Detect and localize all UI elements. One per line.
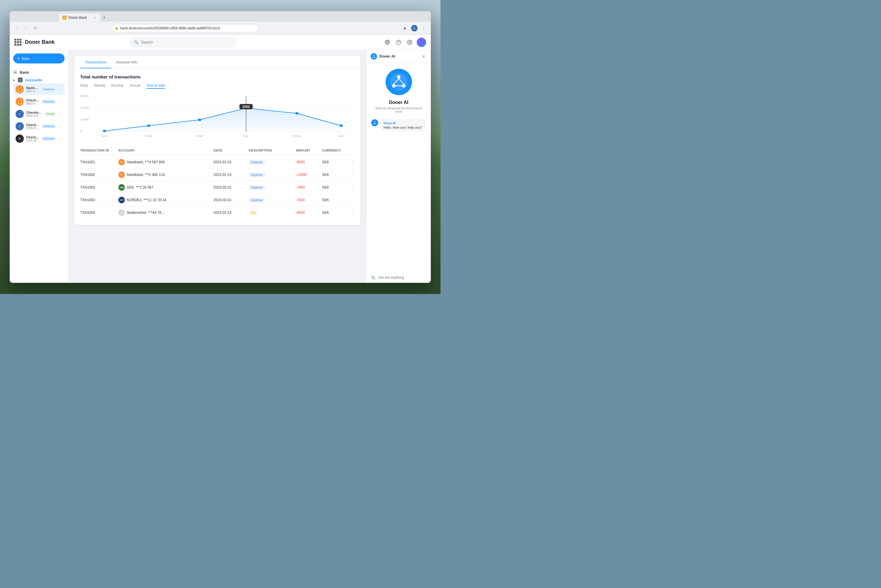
bank-icon-4: NOR (118, 197, 125, 203)
th-description: Description (249, 148, 296, 152)
row-more-5[interactable]: ⋮ (346, 211, 354, 215)
filter-daily[interactable]: Daily (80, 83, 88, 89)
new-tab-button[interactable]: + (100, 14, 108, 22)
chart-section: Total number of transactions Daily Weekl… (74, 68, 360, 146)
td-date-1: 2023-01-01 (213, 160, 249, 164)
desc-badge-4: Expense (249, 198, 265, 202)
network-icon[interactable] (383, 38, 391, 46)
search-bar[interactable]: 🔍 (130, 37, 236, 47)
tab-close-button[interactable]: × (93, 16, 97, 20)
bank-section-header[interactable]: 🏛 Bank (13, 68, 64, 76)
app-header: Dooer Bank 🔍 (10, 34, 431, 50)
td-currency-5: SEK (322, 211, 346, 215)
ai-header-left: Dooer AI (371, 53, 395, 60)
chart-label-jun: Jun (338, 135, 345, 137)
row-more-3[interactable]: ⋮ (346, 185, 354, 189)
reload-button[interactable]: ↻ (32, 25, 39, 32)
help-icon[interactable] (394, 38, 403, 46)
tab-title: Dooer Bank (69, 16, 87, 20)
apps-grid-icon[interactable] (14, 39, 21, 46)
row-more-1[interactable]: ⋮ (346, 160, 354, 164)
browser-tab-dooer[interactable]: D Dooer Bank × (59, 14, 100, 22)
chart-tooltip-value: 200 (242, 105, 250, 109)
account-name-checking3: Checking Account (26, 123, 40, 127)
account-more-checking2[interactable]: ⋮ (58, 112, 62, 116)
time-filters: Daily Weekly Monthly Annual Year to date (80, 83, 354, 89)
account-name-4: NORDEA, ***11 22 33 44 (127, 198, 166, 202)
bookmark-icon[interactable]: ★ (402, 25, 409, 32)
account-more-checking4[interactable]: ⋮ (58, 136, 62, 141)
svg-point-14 (372, 57, 373, 58)
account-badge-savings: Business (42, 87, 56, 92)
chart-point-jan (103, 130, 106, 132)
td-currency-4: SEK (322, 198, 346, 202)
filter-annual[interactable]: Annual (129, 83, 140, 89)
td-txn-id-5: TXN1004 (80, 211, 118, 215)
ai-close-button[interactable]: ✕ (421, 54, 427, 59)
svg-line-29 (374, 123, 375, 123)
more-options-icon[interactable]: ⋮ (420, 25, 427, 32)
account-item-checking1[interactable]: 💰 Checking Account 8692-9 802 945 118 Bu… (13, 96, 64, 108)
svg-text:100K: 100K (80, 118, 90, 121)
th-currency: Currency (322, 148, 346, 152)
account-item-checking4[interactable]: ★ Checking Account 5191 5916 34 567 Busi… (13, 133, 64, 144)
ai-panel-body: Dooer AI Start by dropping the documents… (367, 63, 431, 272)
search-icon: 🔍 (134, 40, 139, 44)
accounts-section-header[interactable]: ▶ ≡ Accounts (13, 76, 64, 83)
filter-weekly[interactable]: Weekly (94, 83, 105, 89)
svg-point-15 (375, 57, 376, 58)
filter-year-to-date[interactable]: Year to date (146, 83, 165, 89)
table-row: TXN1002 S Swedbank, ***2 945 118 2023-01… (80, 169, 354, 181)
attach-icon[interactable]: 📎 (371, 275, 376, 280)
search-input[interactable] (141, 40, 232, 44)
sort-icon: ↕ (110, 149, 112, 152)
new-button[interactable]: + New (13, 54, 64, 63)
settings-icon[interactable] (406, 38, 414, 46)
account-icon-checking3: ✓ (16, 122, 24, 130)
td-account-1: S Swedbank, ***4 567 890 (118, 159, 213, 165)
accounts-label: Accounts (25, 78, 42, 82)
ai-panel-title: Dooer AI (379, 54, 395, 58)
ai-message-text: Hello. How can I help you? (384, 126, 423, 129)
td-amount-1: -9000 (296, 160, 322, 164)
main-card: Transactions Account Info Total number o… (74, 56, 360, 225)
account-name-3: SEB, ***2 34 567 (127, 185, 153, 189)
url-bar[interactable]: 🔒 bank.dooer/accounts/3f2068d0-c958-4b8b… (112, 24, 258, 32)
account-name-2: Swedbank, ***2 945 118 (127, 173, 165, 177)
td-amount-4: -7000 (296, 198, 322, 202)
th-date: Date (213, 148, 249, 152)
account-number-checking3: 3759 876543 21001... (26, 127, 40, 130)
user-icon[interactable]: L (411, 25, 418, 32)
filter-monthly[interactable]: Monthly (111, 83, 124, 89)
account-item-checking2[interactable]: ✓ Checking Account 3300 478-11 22 33 44 … (13, 108, 64, 120)
tab-account-info[interactable]: Account Info (111, 56, 142, 68)
account-more-checking1[interactable]: ⋮ (58, 99, 62, 104)
app-logo: Dooer Bank (25, 39, 55, 45)
tab-transactions[interactable]: Transactions (80, 56, 111, 68)
td-account-2: S Swedbank, ***2 945 118 (118, 171, 213, 178)
row-more-2[interactable]: ⋮ (346, 173, 354, 177)
chart-title: Total number of transactions (80, 74, 354, 79)
ai-logo-icon (371, 53, 377, 60)
account-badge-checking2: Private (45, 112, 56, 116)
chart-label-may: May (293, 135, 301, 137)
account-info-checking3: Checking Account 3759 876543 21001... (26, 123, 40, 130)
sidebar: + New 🏛 Bank ▶ ≡ Accounts 💰 (10, 50, 69, 283)
forward-button[interactable]: → (22, 25, 30, 32)
row-more-4[interactable]: ⋮ (346, 198, 354, 202)
account-more-checking3[interactable]: ⋮ (58, 124, 62, 129)
svg-point-13 (373, 55, 375, 56)
user-avatar[interactable] (417, 38, 426, 47)
tab-favicon: D (63, 16, 67, 20)
svg-text:300K: 300K (80, 94, 90, 97)
th-transaction-id[interactable]: Transaction ID ↕ (80, 148, 118, 152)
desc-badge-3: Expense (249, 185, 265, 190)
account-item-checking3[interactable]: ✓ Checking Account 3759 876543 21001... … (13, 120, 64, 132)
ai-input[interactable] (378, 276, 427, 280)
ai-input-area: 📎 (367, 272, 431, 283)
account-item-savings[interactable]: 💰 Savings Account 8327-9 934 567 890 Bus… (13, 83, 64, 95)
back-button[interactable]: ← (13, 25, 20, 32)
account-info-checking4: Checking Account 5191 5916 34 567 (26, 135, 40, 142)
account-more-savings[interactable]: ⋮ (58, 87, 62, 92)
th-amount: Amount (296, 148, 322, 152)
